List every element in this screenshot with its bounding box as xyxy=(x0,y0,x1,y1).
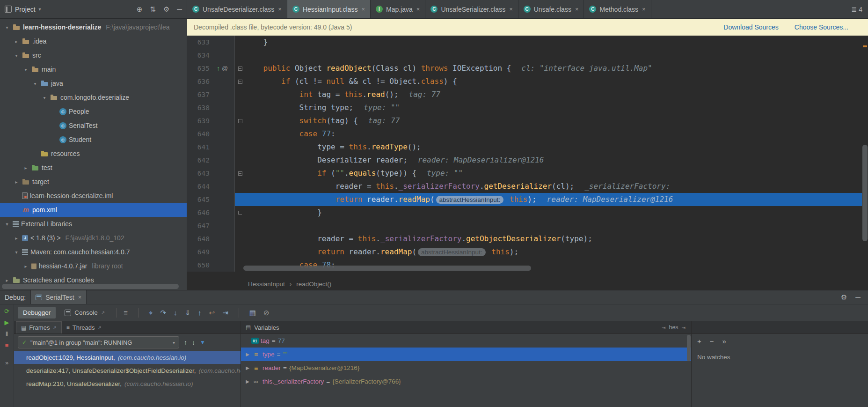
stack-frame[interactable]: deserialize:417, UnsafeDeserializer$Obje… xyxy=(14,364,241,377)
tab-debugger[interactable]: Debugger xyxy=(18,307,56,318)
filter-icon[interactable]: ▼ xyxy=(200,339,205,346)
tab-unsafedeserializer-class[interactable]: CUnsafeDeserializer.class× xyxy=(187,0,287,18)
mute-breakpoints-icon[interactable]: ⊘ xyxy=(263,309,270,317)
hide-panel-icon[interactable]: ─ xyxy=(855,293,861,302)
fold-expanded-icon[interactable] xyxy=(238,80,242,84)
tree-item-student[interactable]: CStudent xyxy=(0,133,187,147)
fold-marker[interactable] xyxy=(235,62,245,75)
force-step-into-icon[interactable]: ⇓ xyxy=(185,309,191,317)
more-icon[interactable]: » xyxy=(722,337,726,345)
settings-gear-icon[interactable]: ⚙ xyxy=(163,5,169,14)
close-tab-icon[interactable]: × xyxy=(416,6,420,13)
close-tab-icon[interactable]: × xyxy=(642,6,646,13)
fold-expanded-icon[interactable] xyxy=(238,67,242,71)
show-execution-point-icon[interactable]: ⌖ xyxy=(149,309,153,317)
tree-right-arrow-icon[interactable]: ▸ xyxy=(13,39,20,44)
expand-arrow-icon[interactable]: ▶ xyxy=(244,365,251,370)
tree-item-pom-xml[interactable]: mpom.xml xyxy=(0,203,187,217)
frame-down-icon[interactable]: ↓ xyxy=(192,339,195,346)
thread-selector[interactable]: ✓ "main"@1 in group "main": RUNNING ▾ xyxy=(18,336,179,348)
variable-row-type[interactable]: ▶≡type="" xyxy=(241,348,691,361)
tab-threads[interactable]: ≡ Threads ↗ xyxy=(62,321,106,333)
pause-icon[interactable]: ‖ xyxy=(6,331,8,337)
fold-marker[interactable] xyxy=(235,167,245,180)
tree-item-com-longofo-deserialize[interactable]: ▾com.longofo.deserialize xyxy=(0,90,187,104)
breadcrumb-method[interactable]: readObject() xyxy=(296,281,331,288)
tree-item-src[interactable]: ▾src xyxy=(0,48,187,62)
stack-frame[interactable]: readMap:210, UnsafeDeserializer, (com.ca… xyxy=(14,377,241,390)
implements-marker-icon[interactable]: ↑ xyxy=(217,62,220,75)
download-sources-link[interactable]: Download Sources xyxy=(723,23,779,31)
stop-icon[interactable]: ■ xyxy=(5,342,9,348)
frame-up-icon[interactable]: ↑ xyxy=(184,339,187,346)
chevron-down-icon[interactable]: ▾ xyxy=(39,7,41,12)
tree-item-resources[interactable]: resources xyxy=(0,147,187,161)
hide-panel-icon[interactable]: ─ xyxy=(177,5,182,14)
expand-arrow-icon[interactable]: ▶ xyxy=(244,352,251,357)
tree-down-arrow-icon[interactable]: ▾ xyxy=(4,25,10,30)
resume-icon[interactable]: ▶ xyxy=(5,319,9,326)
tree-item-1-8-3[interactable]: ▸J< 1.8 (3) >F:\java\jdk1.8.0_102 xyxy=(0,231,187,245)
tree-right-arrow-icon[interactable]: ▸ xyxy=(4,278,10,283)
close-tab-icon[interactable]: × xyxy=(509,6,513,13)
tree-right-arrow-icon[interactable]: ▸ xyxy=(22,264,29,269)
locate-file-icon[interactable]: ⊕ xyxy=(137,5,143,14)
editor-vertical-scrollbar[interactable] xyxy=(862,36,868,278)
fold-marker[interactable] xyxy=(235,206,245,219)
tab-hessianinput-class[interactable]: CHessianInput.class× xyxy=(287,0,371,18)
tab-unsafeserializer-class[interactable]: CUnsafeSerializer.class× xyxy=(425,0,518,18)
debug-tab-serialtest[interactable]: SerialTest × xyxy=(30,290,87,304)
step-out-icon[interactable]: ↑ xyxy=(198,309,202,317)
tab-console[interactable]: Console ↗ xyxy=(59,307,110,318)
execution-line[interactable]: return reader.readMap(abstractHessianInp… xyxy=(235,193,868,206)
close-icon[interactable]: × xyxy=(78,294,82,301)
tree-down-arrow-icon[interactable]: ▾ xyxy=(13,250,20,255)
fold-marker[interactable] xyxy=(235,114,245,127)
tree-down-arrow-icon[interactable]: ▾ xyxy=(4,222,10,227)
pin-right-icon[interactable]: ⇥ xyxy=(682,325,686,330)
tree-item-maven-com-caucho-hessian-4-0-7[interactable]: ▾Maven: com.caucho:hessian:4.0.7 xyxy=(0,245,187,259)
collapse-all-icon[interactable]: ⇅ xyxy=(150,5,156,14)
scrollbar-thumb[interactable] xyxy=(687,335,691,361)
view-breakpoints-icon[interactable]: ▦ xyxy=(249,309,256,317)
close-tab-icon[interactable]: × xyxy=(575,6,579,13)
annotation-marker-icon[interactable]: @ xyxy=(222,62,228,75)
tab-map-java[interactable]: IMap.java× xyxy=(371,0,425,18)
variable-row-tag[interactable]: 01tag=77 xyxy=(241,334,691,348)
tree-item-people[interactable]: CPeople xyxy=(0,104,187,118)
variable-row-this-serializerfactory[interactable]: ▶∞this._serializerFactory={SerializerFac… xyxy=(241,375,691,388)
tree-horizontal-scrollbar[interactable] xyxy=(2,284,179,289)
tree-item-learn-hession-deserialize[interactable]: ▾learn-hession-deserializeF:\java\javapr… xyxy=(0,20,187,34)
close-tab-icon[interactable]: × xyxy=(361,6,365,13)
tree-item-main[interactable]: ▾main xyxy=(0,62,187,76)
fold-marker[interactable] xyxy=(235,75,245,88)
tree-item-serialtest[interactable]: CSerialTest xyxy=(0,118,187,133)
tree-item-learn-hession-deserialize-iml[interactable]: learn-hession-deserialize.iml xyxy=(0,189,187,203)
tree-right-arrow-icon[interactable]: ▸ xyxy=(22,165,29,170)
tree-right-arrow-icon[interactable]: ▸ xyxy=(13,179,20,185)
editor-horizontal-scrollbar[interactable] xyxy=(243,266,531,271)
step-into-icon[interactable]: ↓ xyxy=(174,309,177,317)
tabs-list-icon[interactable]: ≣ xyxy=(851,6,857,13)
drop-frame-icon[interactable]: ↩ xyxy=(209,309,215,317)
fold-expanded-icon[interactable] xyxy=(238,171,242,176)
settings-gear-icon[interactable]: ⚙ xyxy=(841,293,847,302)
restore-layout-icon[interactable]: ≡ xyxy=(124,309,128,317)
more-actions-icon[interactable]: » xyxy=(5,360,8,366)
tab-frames[interactable]: ▤ Frames ↗ xyxy=(16,321,62,333)
tree-item-test[interactable]: ▸test xyxy=(0,161,187,175)
tab-method-class[interactable]: CMethod.class× xyxy=(584,0,651,18)
tree-item-hessian-4-0-7-jar[interactable]: ▸hessian-4.0.7.jarlibrary root xyxy=(0,259,187,273)
tree-item-target[interactable]: ▸target xyxy=(0,175,187,189)
project-panel-title[interactable]: Project xyxy=(15,6,36,13)
tree-down-arrow-icon[interactable]: ▾ xyxy=(41,95,48,100)
variables-scrollbar[interactable] xyxy=(686,334,691,407)
choose-sources-link[interactable]: Choose Sources... xyxy=(795,23,848,31)
pin-right-icon[interactable]: ⇥ xyxy=(662,325,665,330)
tree-item-external-libraries[interactable]: ▾External Libraries xyxy=(0,217,187,231)
tree-item-java[interactable]: ▾java xyxy=(0,76,187,90)
tree-item-idea[interactable]: ▸.idea xyxy=(0,34,187,48)
stack-frame[interactable]: readObject:1029, HessianInput, (com.cauc… xyxy=(14,351,241,364)
tree-down-arrow-icon[interactable]: ▾ xyxy=(13,53,20,58)
expand-arrow-icon[interactable]: ▶ xyxy=(244,379,251,384)
